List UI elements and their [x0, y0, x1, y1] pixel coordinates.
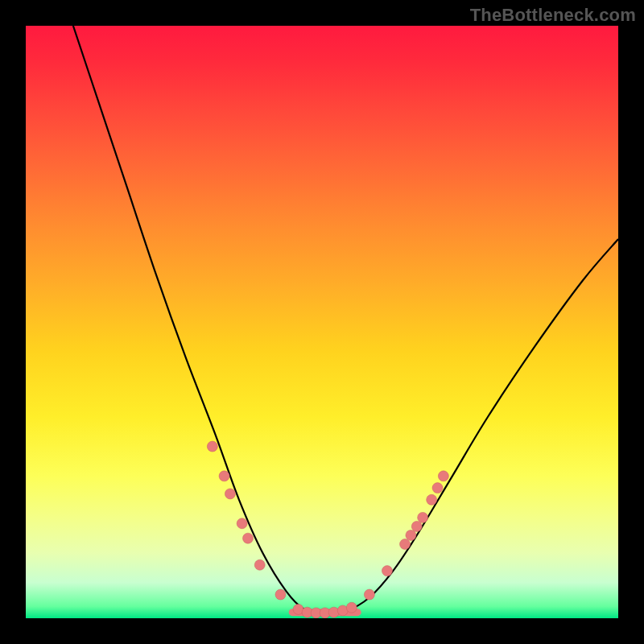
- bottleneck-curve-svg: [26, 26, 618, 618]
- data-marker: [418, 512, 428, 522]
- data-marker: [275, 589, 286, 600]
- data-marker: [254, 559, 265, 570]
- data-marker: [438, 471, 448, 481]
- data-marker: [225, 489, 235, 499]
- data-marker: [406, 530, 416, 540]
- data-marker: [243, 533, 254, 543]
- data-marker: [328, 607, 339, 617]
- attribution-watermark: TheBottleneck.com: [470, 5, 636, 26]
- data-marker: [219, 471, 229, 481]
- data-marker: [432, 483, 443, 493]
- data-marker: [411, 521, 422, 531]
- data-marker: [364, 589, 374, 600]
- data-marker: [400, 539, 411, 550]
- plot-area: [26, 26, 618, 618]
- data-marker: [382, 566, 392, 576]
- data-marker: [207, 441, 217, 452]
- data-marker: [237, 518, 247, 529]
- bottleneck-curve-line: [73, 26, 618, 613]
- chart-frame: TheBottleneck.com: [0, 0, 644, 644]
- data-marker: [346, 602, 357, 613]
- data-marker: [427, 494, 437, 505]
